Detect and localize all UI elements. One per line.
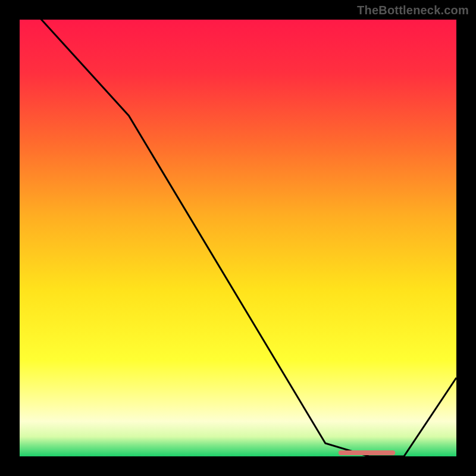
- gradient-background: [20, 20, 456, 456]
- chart-svg: [20, 20, 456, 456]
- chart-container: TheBottleneck.com: [0, 0, 476, 476]
- plot-area: [20, 20, 456, 456]
- watermark-label: TheBottleneck.com: [357, 4, 469, 17]
- optimal-range-marker: [339, 450, 395, 455]
